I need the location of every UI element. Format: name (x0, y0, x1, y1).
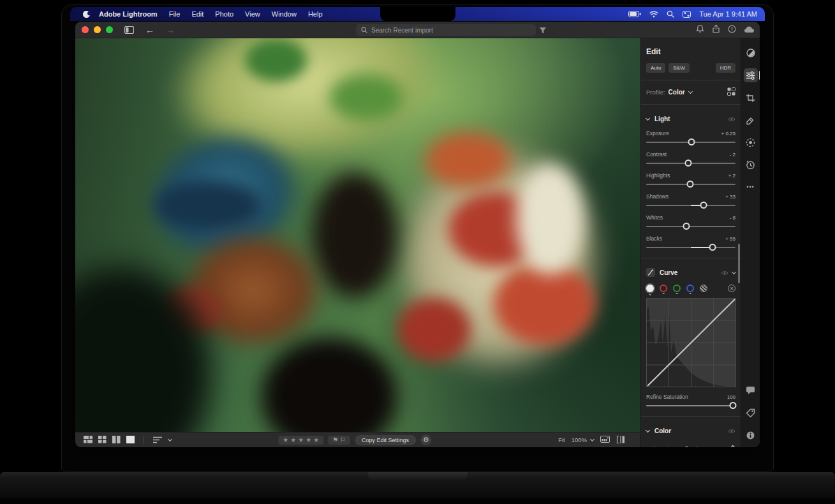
filmstrip-icon[interactable] (600, 436, 610, 444)
curve-targeted-icon[interactable] (700, 285, 707, 292)
profile-browser-icon[interactable] (727, 87, 735, 97)
zoom-level[interactable]: 100% (572, 436, 594, 443)
pick-flag-icon[interactable]: ⚑ (332, 437, 338, 443)
bottom-toolbar: ★★★★★ ⚑⚐ Copy Edit Settings ⚙ Fit 100% (75, 432, 640, 447)
eye-icon[interactable] (721, 267, 728, 278)
whites-slider[interactable] (646, 223, 735, 230)
cloud-icon[interactable] (744, 24, 755, 36)
divider (641, 104, 741, 105)
photo-layer (494, 263, 595, 346)
edit-panel-title: Edit (646, 47, 735, 56)
search-input[interactable]: Search Recent import (356, 24, 536, 36)
wifi-icon[interactable] (649, 11, 658, 18)
app-menu[interactable]: Adobe Lightroom (99, 10, 158, 18)
panel-scrollbar[interactable] (738, 244, 740, 283)
menu-file[interactable]: File (169, 10, 181, 18)
slider-label: Contrast (646, 151, 667, 158)
laptop-screen: Adobe Lightroom File Edit Photo View Win… (61, 4, 774, 471)
star-icon[interactable]: ★ (283, 437, 288, 443)
battery-icon[interactable] (628, 11, 641, 17)
divider (641, 258, 741, 258)
profile-selector[interactable]: Profile: Color (646, 87, 735, 97)
eye-icon[interactable] (728, 425, 735, 436)
exposure-slider[interactable] (646, 138, 735, 145)
curve-channel-blue[interactable] (686, 285, 694, 292)
before-after-icon[interactable] (616, 436, 625, 445)
shadows-slider[interactable] (646, 202, 735, 209)
slider-value: + 55 (725, 236, 735, 242)
slider-label: Highlights (646, 172, 670, 179)
star-icon[interactable]: ★ (313, 437, 319, 443)
photo-layer (425, 133, 510, 188)
star-icon[interactable]: ★ (298, 437, 304, 443)
menu-window[interactable]: Window (272, 10, 297, 18)
forward-arrow-icon[interactable]: → (166, 25, 175, 35)
sort-icon[interactable] (153, 434, 162, 446)
menu-help[interactable]: Help (308, 10, 323, 18)
curve-reset-icon[interactable]: ✕ (728, 285, 735, 292)
star-icon[interactable]: ★ (290, 437, 296, 443)
chevron-down-icon (168, 437, 172, 441)
photo-layer (245, 38, 307, 82)
highlights-slider[interactable] (646, 181, 735, 188)
control-center-icon[interactable] (683, 11, 691, 18)
photo-grid-icon[interactable] (84, 434, 92, 446)
filter-funnel-icon[interactable] (539, 26, 547, 37)
apple-menu-icon[interactable] (83, 11, 90, 18)
edit-sliders-icon[interactable] (744, 68, 758, 82)
blacks-slider[interactable] (646, 244, 735, 251)
refine-saturation-slider[interactable] (646, 402, 735, 409)
menu-edit[interactable]: Edit (191, 10, 203, 18)
light-section-header[interactable]: Light (646, 113, 735, 124)
sidebar-icon[interactable] (124, 26, 134, 34)
tone-curve-editor[interactable] (646, 298, 735, 390)
white-balance-selector[interactable]: White Balance Custom (646, 445, 735, 447)
curve-channel-red[interactable] (660, 285, 667, 292)
masking-icon[interactable] (744, 135, 758, 149)
crop-icon[interactable] (744, 91, 758, 105)
square-grid-icon[interactable] (98, 434, 107, 446)
menu-bar-clock[interactable]: Tue Apr 1 9:41 AM (699, 10, 757, 18)
curve-section-header[interactable]: Curve (646, 267, 735, 278)
info-icon[interactable] (744, 428, 758, 442)
comments-icon[interactable] (744, 383, 758, 397)
flag-controls[interactable]: ⚑⚐ (328, 436, 350, 445)
menu-view[interactable]: View (245, 10, 260, 18)
menu-photo[interactable]: Photo (215, 10, 233, 18)
contrast-slider[interactable] (646, 159, 735, 167)
keywords-icon[interactable] (744, 406, 758, 420)
help-icon[interactable] (728, 24, 736, 36)
back-arrow-icon[interactable]: ← (145, 25, 154, 35)
zoom-button[interactable] (106, 26, 113, 33)
hdr-button[interactable]: HDR (716, 63, 735, 73)
detail-view-icon[interactable] (126, 434, 135, 446)
slider-value: - 8 (730, 215, 735, 221)
lightroom-window: ← → Search Recent import (75, 22, 760, 447)
reject-flag-icon[interactable]: ⚐ (340, 437, 346, 443)
photo-canvas[interactable] (75, 38, 640, 432)
presets-icon[interactable] (744, 46, 758, 60)
more-icon[interactable]: ••• (744, 180, 758, 194)
edit-panel: Edit Auto B&W HDR Profile: Color Light (640, 38, 741, 447)
minimize-button[interactable] (94, 26, 101, 33)
compare-icon[interactable] (112, 434, 121, 446)
color-section-header[interactable]: Color (646, 425, 735, 436)
slider-value: + 33 (725, 194, 735, 200)
curve-channel-all[interactable] (646, 285, 654, 292)
eyedropper-icon[interactable] (728, 445, 735, 447)
healing-icon[interactable] (744, 113, 758, 127)
fit-label[interactable]: Fit (558, 436, 565, 443)
copy-edit-settings-button[interactable]: Copy Edit Settings (355, 435, 416, 445)
gear-icon[interactable]: ⚙ (420, 434, 431, 445)
bw-button[interactable]: B&W (669, 63, 689, 73)
share-icon[interactable] (712, 24, 720, 36)
versions-icon[interactable] (744, 158, 758, 172)
star-icon[interactable]: ★ (306, 437, 311, 443)
bell-icon[interactable] (696, 24, 704, 36)
auto-button[interactable]: Auto (646, 63, 665, 73)
search-icon[interactable] (667, 10, 674, 18)
eye-icon[interactable] (728, 113, 735, 124)
star-rating[interactable]: ★★★★★ (278, 436, 323, 445)
close-button[interactable] (82, 26, 89, 33)
curve-channel-green[interactable] (673, 285, 681, 292)
